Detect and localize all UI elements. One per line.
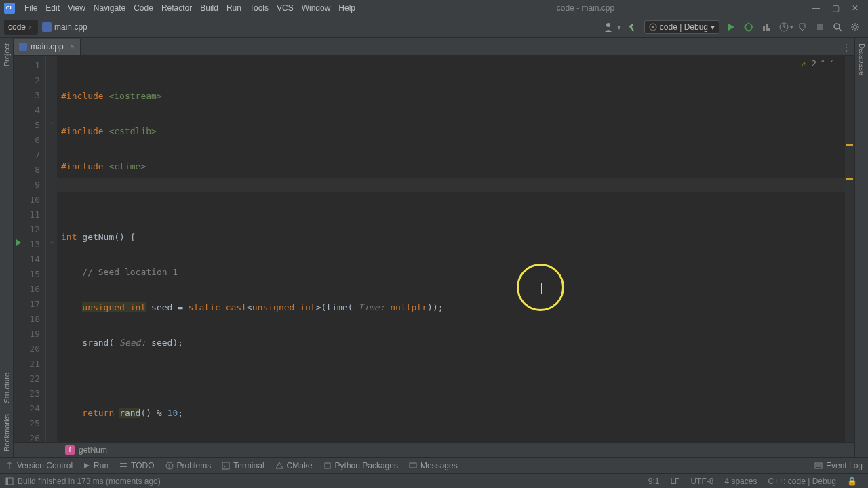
tw-event-log[interactable]: Event Log xyxy=(814,461,863,470)
run-config-select[interactable]: code | Debug ▾ xyxy=(644,20,719,34)
tabs-more-icon[interactable]: ⋮ xyxy=(838,40,854,55)
menu-navigate[interactable]: Navigate xyxy=(90,3,130,13)
breadcrumb-item[interactable]: code xyxy=(8,22,26,32)
svg-point-3 xyxy=(745,24,752,30)
svg-rect-5 xyxy=(817,24,823,30)
tw-messages[interactable]: Messages xyxy=(409,461,458,470)
svg-point-0 xyxy=(606,23,610,27)
code-editor[interactable]: #include <iostream> #include <cstdlib> #… xyxy=(57,56,845,442)
search-icon[interactable] xyxy=(830,20,845,35)
tool-window-bar: Version Control Run TODO ! Problems Term… xyxy=(0,457,868,473)
chevron-down-icon[interactable]: ▾ xyxy=(617,22,621,32)
rail-structure[interactable]: Structure xyxy=(3,367,11,409)
svg-rect-8 xyxy=(120,463,127,464)
close-icon[interactable]: × xyxy=(70,42,75,52)
target-icon xyxy=(649,23,657,31)
profile-button[interactable] xyxy=(776,20,791,35)
coverage-button[interactable] xyxy=(759,20,774,35)
svg-text:!: ! xyxy=(168,463,170,469)
lock-icon[interactable]: 🔒 xyxy=(842,476,863,486)
editor-tabs: main.cpp × ⋮ xyxy=(14,38,854,56)
menu-file[interactable]: File xyxy=(20,3,41,13)
tw-cmake[interactable]: CMake xyxy=(275,461,313,470)
tw-todo[interactable]: TODO xyxy=(119,461,154,470)
menu-help[interactable]: Help xyxy=(334,3,359,13)
menu-build[interactable]: Build xyxy=(196,3,222,13)
run-gutter-icon[interactable] xyxy=(16,239,21,246)
maximize-icon[interactable]: ▢ xyxy=(832,3,840,13)
menu-view[interactable]: View xyxy=(64,3,90,13)
chevron-down-icon[interactable]: ▾ xyxy=(790,24,793,30)
editor-breadcrumb[interactable]: f getNum xyxy=(14,442,854,457)
line-gutter[interactable]: 1 2 3 4 5 6 7 8 9 10 11 12 13 14 15 16 1… xyxy=(14,56,46,442)
right-tool-rail: Database xyxy=(854,38,868,457)
run-button[interactable] xyxy=(724,20,738,35)
tw-version-control[interactable]: Version Control xyxy=(5,461,73,470)
minimize-icon[interactable]: — xyxy=(812,3,820,13)
window-title: code - main.cpp xyxy=(359,3,812,13)
status-encoding[interactable]: UTF-8 xyxy=(685,476,719,486)
editor-breadcrumb-func: getNum xyxy=(79,445,107,455)
close-icon[interactable]: ✕ xyxy=(852,3,859,13)
status-eol[interactable]: LF xyxy=(665,476,685,486)
chevron-down-icon: ▾ xyxy=(711,22,715,32)
menu-window[interactable]: Window xyxy=(298,3,335,13)
svg-rect-14 xyxy=(410,463,416,468)
menu-refactor[interactable]: Refactor xyxy=(157,3,196,13)
svg-rect-17 xyxy=(6,478,8,485)
warning-count: 2 xyxy=(811,58,816,68)
svg-rect-15 xyxy=(815,463,822,468)
hammer-icon[interactable] xyxy=(625,20,640,35)
editor-scrollbar[interactable] xyxy=(845,56,854,442)
attach-button[interactable] xyxy=(795,20,810,35)
tool-windows-icon[interactable] xyxy=(5,477,14,485)
app-logo-icon: CL xyxy=(4,3,15,14)
tw-terminal[interactable]: Terminal xyxy=(222,461,264,470)
breadcrumb-file[interactable]: main.cpp xyxy=(42,22,87,32)
menubar: CL File Edit View Navigate Code Refactor… xyxy=(0,0,868,16)
navigation-toolbar: code › main.cpp ▾ code | Debug ▾ ▾ xyxy=(0,16,868,38)
svg-rect-9 xyxy=(120,466,127,467)
rail-project[interactable]: Project xyxy=(3,38,11,72)
breadcrumb[interactable]: code › xyxy=(4,20,38,35)
menu-code[interactable]: Code xyxy=(130,3,157,13)
rail-bookmarks[interactable]: Bookmarks xyxy=(3,409,11,457)
left-tool-rail: Project Structure Bookmarks xyxy=(0,38,14,457)
svg-rect-13 xyxy=(325,463,330,468)
function-icon: f xyxy=(65,445,75,455)
tw-python-packages[interactable]: Python Packages xyxy=(323,461,398,470)
prev-highlight-icon[interactable]: ˄ xyxy=(821,58,825,68)
run-config-label: code | Debug xyxy=(660,22,708,32)
status-context[interactable]: C++: code | Debug xyxy=(762,476,842,486)
status-message: Build finished in 173 ms (moments ago) xyxy=(18,476,161,486)
svg-point-6 xyxy=(834,24,840,29)
menu-tools[interactable]: Tools xyxy=(245,3,273,13)
status-indent[interactable]: 4 spaces xyxy=(719,476,762,486)
chevron-right-icon: › xyxy=(28,22,31,32)
rail-database[interactable]: Database xyxy=(858,38,866,81)
status-position[interactable]: 9:1 xyxy=(643,476,665,486)
user-icon[interactable] xyxy=(601,20,616,35)
warning-icon[interactable]: ⚠ xyxy=(802,58,807,68)
breadcrumb-file-label: main.cpp xyxy=(54,22,87,32)
editor-tab-main-cpp[interactable]: main.cpp × xyxy=(14,39,81,55)
cpp-file-icon xyxy=(42,22,52,32)
tw-problems[interactable]: ! Problems xyxy=(165,461,212,470)
svg-point-2 xyxy=(652,26,654,28)
settings-icon[interactable] xyxy=(848,20,863,35)
stop-button[interactable] xyxy=(812,20,827,35)
menu-run[interactable]: Run xyxy=(222,3,245,13)
menu-edit[interactable]: Edit xyxy=(41,3,64,13)
next-highlight-icon[interactable]: ˅ xyxy=(829,58,834,68)
status-bar: Build finished in 173 ms (moments ago) 9… xyxy=(0,473,868,488)
tw-run[interactable]: Run xyxy=(83,461,108,470)
debug-button[interactable] xyxy=(741,20,756,35)
cpp-file-icon xyxy=(19,43,27,51)
svg-point-7 xyxy=(853,25,857,29)
editor-tab-label: main.cpp xyxy=(31,42,64,52)
svg-rect-12 xyxy=(222,462,229,469)
menu-vcs[interactable]: VCS xyxy=(273,3,298,13)
editor-area: main.cpp × ⋮ 1 2 3 4 5 6 7 8 9 10 11 12 … xyxy=(14,38,854,457)
